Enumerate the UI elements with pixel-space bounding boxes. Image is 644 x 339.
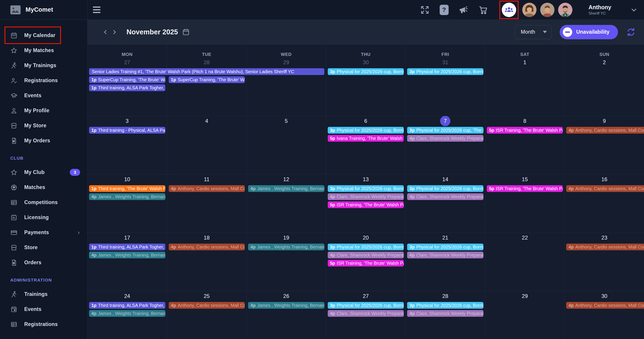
calendar-event[interactable]: 4pAnthony, Cardio sessions, Mall Com (566, 127, 644, 134)
calendar-event[interactable]: 4pJames , Weights Training, Bernard C (89, 310, 165, 317)
day-cell-31[interactable]: 313pPhysical for 2025/2026 cup, Borris C (405, 58, 485, 116)
calendar-event[interactable]: 1pThird training, ALSA Park Togher, Ser (89, 244, 165, 250)
calendar-event[interactable]: 4pJames , Weights Training, Bernard C (248, 185, 324, 192)
unavailability-button[interactable]: Unavailability (560, 25, 618, 39)
calendar-event[interactable]: 4pAnthony, Cardio sessions, Mall Com (169, 302, 245, 309)
day-cell-17[interactable]: 171pThird training, ALSA Park Togher, Se… (88, 233, 167, 291)
day-cell-24[interactable]: 241pThird training, ALSA Park Togher, Se… (88, 291, 167, 339)
calendar-event[interactable]: 1pThird training - Physical, ALSA Park ' (89, 127, 165, 134)
calendar-event[interactable]: 3pPhysical for 2025/2026 cup, Borris C (328, 244, 404, 250)
day-cell-23[interactable]: 234pAnthony, Cardio sessions, Mall Com (564, 233, 644, 291)
refresh-icon[interactable] (626, 27, 636, 37)
view-mode-select[interactable]: Month (515, 25, 552, 39)
next-month-button[interactable] (110, 28, 119, 37)
calendar-event[interactable]: 3pPhysical for 2025/2026 cup, Borris C (407, 302, 484, 309)
sidebar-item-my-profile[interactable]: My Profile (0, 103, 87, 118)
day-cell-6[interactable]: 63pPhysical for 2025/2026 cup, Borris C5… (326, 116, 406, 174)
calendar-event[interactable]: 4pAnthony, Cardio sessions, Mall Com (169, 185, 245, 192)
calendar-event[interactable]: 4pAnthony, Cardio sessions, Mall Com (566, 185, 644, 192)
sidebar-item-payments[interactable]: Payments› (0, 225, 87, 240)
day-cell-8[interactable]: 85pISR Training, 'The Brute' Walsh Park (485, 116, 564, 174)
calendar-event[interactable]: 4pClare, Shamrock Weekly Preparation (328, 193, 404, 200)
calendar-event[interactable]: 1pThird training, ALSA Park Togher, Ser (89, 302, 165, 309)
calendar-event[interactable]: 4pClare, Shamrock Weekly Preparation (407, 252, 484, 258)
calendar-event[interactable]: 4pJames , Weights Training, Bernard C (89, 193, 165, 200)
day-cell-25[interactable]: 254pAnthony, Cardio sessions, Mall Com (167, 291, 246, 339)
sidebar-item-events[interactable]: Events (0, 302, 87, 317)
day-cell-20[interactable]: 203pPhysical for 2025/2026 cup, Borris C… (326, 233, 406, 291)
sidebar-item-licensing[interactable]: Licensing (0, 210, 87, 225)
day-cell-22[interactable]: 22 (485, 233, 564, 291)
calendar-event[interactable]: 3pPhysical for 2025/2026 cup, Borris C (407, 244, 484, 250)
day-cell-11[interactable]: 114pAnthony, Cardio sessions, Mall Com (167, 174, 246, 233)
day-cell-28[interactable]: 281pSuperCup Training, 'The Brute' Walsh (167, 58, 246, 116)
calendar-event[interactable]: 1pSuperCup Training, 'The Brute' Walsh (89, 76, 165, 83)
fullscreen-icon[interactable] (420, 5, 430, 15)
calendar-event[interactable]: 4pJames , Weights Training, Bernard C (248, 302, 324, 309)
calendar-event[interactable]: 5pISR Training, 'The Brute' Walsh Park (328, 201, 404, 208)
day-cell-7[interactable]: 73pPhysical for 2025/2026 cup, 'The Bru4… (405, 116, 485, 174)
calendar-event[interactable]: 4pAnthony, Cardio sessions, Mall Com (566, 244, 644, 250)
calendar-event[interactable]: 3pPhysical for 2025/2026 cup, Borris C (407, 68, 484, 75)
calendar-event[interactable]: 4pClare, Shamrock Weekly Preparation (328, 252, 404, 258)
calendar-picker-icon[interactable] (182, 28, 190, 36)
day-cell-14[interactable]: 143pPhysical for 2025/2026 cup, Borris C… (405, 174, 485, 233)
calendar-event[interactable]: 4pClare, Shamrock Weekly Preparation (407, 135, 484, 142)
day-cell-19[interactable]: 194pJames , Weights Training, Bernard C (246, 233, 326, 291)
day-cell-16[interactable]: 164pAnthony, Cardio sessions, Mall Com (564, 174, 644, 233)
calendar-event[interactable]: 5pISR Training, 'The Brute' Walsh Park (328, 260, 404, 266)
avatar-photo-2[interactable] (540, 3, 554, 17)
sidebar-item-store[interactable]: Store (0, 240, 87, 255)
calendar-event[interactable]: 4pJames , Weights Training, Bernard C (248, 244, 324, 250)
calendar-event[interactable]: 4pClare, Shamrock Weekly Preparation (407, 310, 484, 317)
calendar-event[interactable]: 3pPhysical for 2025/2026 cup, Borris C (407, 185, 484, 192)
user-menu[interactable]: Anthony Sheriff YC (588, 4, 611, 16)
group-avatar-button[interactable] (502, 3, 516, 17)
day-cell-30[interactable]: 303pPhysical for 2025/2026 cup, Borris C (326, 58, 406, 116)
prev-month-button[interactable] (101, 28, 110, 37)
day-cell-3[interactable]: 31pThird training - Physical, ALSA Park … (88, 116, 167, 174)
day-cell-1[interactable]: 1 (485, 58, 564, 116)
day-cell-10[interactable]: 101pThird training, 'The Brute' Walsh Pa… (88, 174, 167, 233)
sidebar-item-orders[interactable]: Orders (0, 255, 87, 270)
calendar-event[interactable]: 1pThird training, 'The Brute' Walsh Park (89, 185, 165, 192)
sidebar-item-registrations[interactable]: Registrations (0, 317, 87, 332)
sidebar-item-my-calendar[interactable]: My Calendar (0, 28, 87, 43)
sidebar-item-trainings[interactable]: Trainings (0, 287, 87, 302)
calendar-event[interactable]: 3pPhysical for 2025/2026 cup, Borris C (328, 185, 404, 192)
day-cell-27[interactable]: 271pSuperCup Training, 'The Brute' Walsh… (88, 58, 167, 116)
day-cell-2[interactable]: 2 (564, 58, 644, 116)
day-cell-26[interactable]: 264pJames , Weights Training, Bernard C (246, 291, 326, 339)
avatar-photo-3[interactable] (558, 3, 572, 17)
day-cell-15[interactable]: 155pISR Training, 'The Brute' Walsh Park (485, 174, 564, 233)
sidebar-item-competitions[interactable]: Competitions (0, 195, 87, 210)
chevron-down-icon[interactable] (630, 6, 638, 14)
sidebar-item-my-trainings[interactable]: My Trainings (0, 58, 87, 73)
calendar-event[interactable]: 4pAnthony, Cardio sessions, Mall Com (566, 302, 644, 309)
sidebar-item-my-store[interactable]: My Store (0, 118, 87, 133)
sidebar-item-my-club[interactable]: My Club3 (0, 165, 87, 180)
day-cell-12[interactable]: 124pJames , Weights Training, Bernard C (246, 174, 326, 233)
calendar-event[interactable]: 4pJames , Weights Training, Bernard C (89, 252, 165, 258)
day-cell-18[interactable]: 184pAnthony, Cardio sessions, Mall Com (167, 233, 246, 291)
day-cell-9[interactable]: 94pAnthony, Cardio sessions, Mall Com (564, 116, 644, 174)
day-cell-13[interactable]: 133pPhysical for 2025/2026 cup, Borris C… (326, 174, 406, 233)
day-cell-27[interactable]: 273pPhysical for 2025/2026 cup, Borris C… (326, 291, 406, 339)
sidebar-item-matches[interactable]: Matches (0, 180, 87, 195)
sidebar-item-my-orders[interactable]: My Orders (0, 133, 87, 148)
announcement-icon[interactable] (458, 5, 468, 15)
calendar-event[interactable]: 3pPhysical for 2025/2026 cup, Borris C (328, 302, 404, 309)
calendar-event[interactable]: 3pPhysical for 2025/2026 cup, Borris C (328, 68, 404, 75)
day-cell-4[interactable]: 4 (167, 116, 246, 174)
calendar-event[interactable]: 5pISR Training, 'The Brute' Walsh Park (487, 127, 563, 134)
menu-toggle-button[interactable] (93, 6, 102, 14)
cart-icon[interactable] (478, 5, 488, 15)
day-cell-30[interactable]: 304pAnthony, Cardio sessions, Mall Com (564, 291, 644, 339)
calendar-event[interactable]: 5pISR Training, 'The Brute' Walsh Park (487, 185, 563, 192)
calendar-event[interactable]: 1pThird training, ALSA Park Togher, Ser (89, 84, 165, 91)
sidebar-item-registrations[interactable]: Registrations (0, 73, 87, 88)
calendar-event[interactable]: 4pClare, Shamrock Weekly Preparation (407, 193, 484, 200)
calendar-event[interactable]: 3pPhysical for 2025/2026 cup, 'The Bru (407, 127, 484, 134)
calendar-event[interactable]: 4pClare, Shamrock Weekly Preparation (328, 310, 404, 317)
sidebar-item-events[interactable]: Events (0, 88, 87, 103)
